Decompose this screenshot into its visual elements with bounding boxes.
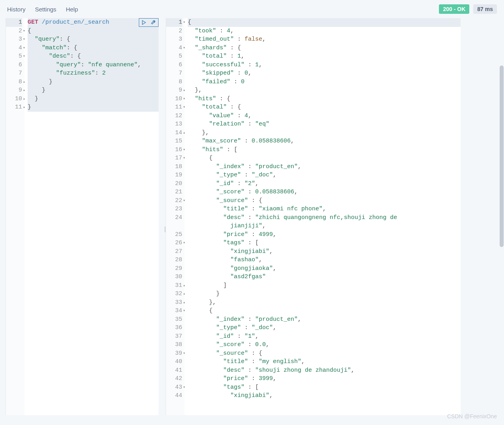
help-menu[interactable]: Help [66,6,78,13]
request-pane: 12▾3▾4▾5▾678▴9▴10▴11▴ GET /product_en/_s… [6,18,159,415]
time-badge: 87 ms [473,4,497,14]
watermark: CSDN @FeenixOne [447,413,497,419]
response-gutter: 1▾234▾56789▴10▾11▾121314▴1516▾17▾1819202… [166,18,185,415]
run-button[interactable] [139,19,149,26]
request-gutter: 12▾3▾4▾5▾678▴9▴10▴11▴ [6,18,24,415]
wrench-icon [151,20,156,25]
response-viewer[interactable]: { "took" : 4, "timed_out" : false, "_sha… [166,18,461,400]
panes: 12▾3▾4▾5▾678▴9▴10▴11▴ GET /product_en/_s… [0,18,504,415]
scroll-thumb[interactable] [500,66,504,247]
status-badge: 200 - OK [439,4,469,14]
request-editor[interactable]: GET /product_en/_search{ "query": { "mat… [6,18,159,112]
scrollbar[interactable] [499,18,504,415]
wrench-button[interactable] [149,19,158,26]
play-icon [141,20,147,25]
request-actions [139,18,159,27]
history-menu[interactable]: History [7,6,26,13]
topbar-left: History Settings Help [7,6,78,13]
topbar: History Settings Help 200 - OK 87 ms [0,0,504,18]
response-pane: 1▾234▾56789▴10▾11▾121314▴1516▾17▾1819202… [166,18,461,415]
topbar-right: 200 - OK 87 ms [439,4,497,14]
settings-menu[interactable]: Settings [35,6,56,13]
